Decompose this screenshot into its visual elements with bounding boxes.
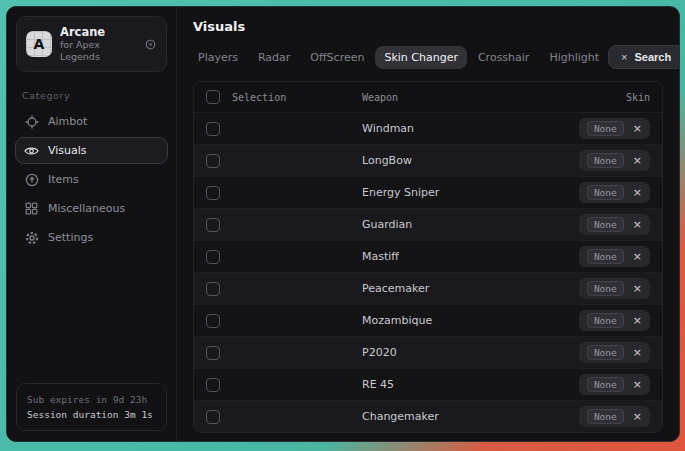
row-checkbox[interactable] — [206, 314, 220, 328]
skin-badge[interactable]: None × — [579, 342, 650, 363]
table-row: Energy Sniper None × — [194, 176, 662, 208]
gear-icon — [24, 231, 39, 245]
skin-value: None — [587, 281, 624, 296]
table-row: Guardian None × — [194, 208, 662, 240]
tab-skin-changer[interactable]: Skin Changer — [375, 46, 467, 69]
category-label: Category — [22, 90, 161, 101]
table-row: P2020 None × — [194, 336, 662, 368]
row-checkbox[interactable] — [206, 186, 220, 200]
clear-skin-icon[interactable]: × — [633, 379, 642, 390]
app-subtitle: for Apex Legends — [60, 39, 136, 63]
skin-badge[interactable]: None × — [579, 246, 650, 267]
weapon-table: Selection Weapon Skin Windman None × — [193, 81, 663, 433]
table-row: Mastiff None × — [194, 240, 662, 272]
clear-skin-icon[interactable]: × — [633, 251, 642, 262]
eye-icon — [24, 145, 39, 157]
table-body: Windman None × LongBow None × — [194, 112, 662, 432]
clear-skin-icon[interactable]: × — [633, 123, 642, 134]
row-checkbox[interactable] — [206, 154, 220, 168]
skin-value: None — [587, 121, 624, 136]
clear-skin-icon[interactable]: × — [633, 219, 642, 230]
tab-offscreen[interactable]: OffScreen — [301, 46, 373, 69]
loot-icon — [24, 173, 39, 187]
row-checkbox[interactable] — [206, 250, 220, 264]
tab-crosshair[interactable]: Crosshair — [469, 46, 538, 69]
row-checkbox[interactable] — [206, 122, 220, 136]
table-row: Peacemaker None × — [194, 272, 662, 304]
select-all-checkbox[interactable] — [206, 90, 220, 104]
clear-skin-icon[interactable]: × — [633, 315, 642, 326]
weapon-column-header: Weapon — [362, 92, 626, 103]
session-duration-text: Session duration 3m 1s — [27, 407, 156, 422]
sidebar-item-items[interactable]: Items — [15, 166, 168, 193]
row-checkbox[interactable] — [206, 218, 220, 232]
tab-highlight[interactable]: Highlight — [540, 46, 608, 69]
table-row: Changemaker None × — [194, 400, 662, 432]
sidebar-item-visuals[interactable]: Visuals — [15, 137, 168, 164]
weapon-name: Guardian — [362, 218, 579, 231]
row-checkbox[interactable] — [206, 282, 220, 296]
table-row: LongBow None × — [194, 144, 662, 176]
skin-badge[interactable]: None × — [579, 278, 650, 299]
weapon-name: Mastiff — [362, 250, 579, 263]
page-title: Visuals — [177, 7, 679, 41]
weapon-name: Mozambique — [362, 314, 579, 327]
skin-value: None — [587, 313, 624, 328]
clear-skin-icon[interactable]: × — [633, 155, 642, 166]
skin-value: None — [587, 153, 624, 168]
table-row: Windman None × — [194, 112, 662, 144]
sidebar-item-aimbot[interactable]: Aimbot — [15, 108, 168, 135]
skin-badge[interactable]: None × — [579, 118, 650, 139]
row-checkbox[interactable] — [206, 410, 220, 424]
row-checkbox[interactable] — [206, 346, 220, 360]
skin-value: None — [587, 409, 624, 424]
skin-value: None — [587, 249, 624, 264]
crosshair-icon — [24, 115, 39, 129]
sidebar: A Arcane for Apex Legends Category Aimbo… — [7, 7, 177, 441]
app-title: Arcane — [60, 25, 136, 39]
skin-badge[interactable]: None × — [579, 182, 650, 203]
table-row: Mozambique None × — [194, 304, 662, 336]
app-logo: A — [26, 31, 52, 57]
main-panel: Visuals PlayersRadarOffScreenSkin Change… — [177, 7, 679, 441]
tabs: PlayersRadarOffScreenSkin ChangerCrossha… — [189, 46, 608, 69]
weapon-name: Energy Sniper — [362, 186, 579, 199]
search-button[interactable]: × Search — [608, 45, 680, 69]
clear-skin-icon[interactable]: × — [633, 187, 642, 198]
skin-badge[interactable]: None × — [579, 214, 650, 235]
weapon-name: P2020 — [362, 346, 579, 359]
table-header-row: Selection Weapon Skin — [194, 82, 662, 112]
weapon-name: LongBow — [362, 154, 579, 167]
tab-radar[interactable]: Radar — [249, 46, 299, 69]
skin-badge[interactable]: None × — [579, 150, 650, 171]
weapon-name: Windman — [362, 122, 579, 135]
skin-badge[interactable]: None × — [579, 406, 650, 427]
tab-bar: PlayersRadarOffScreenSkin ChangerCrossha… — [177, 41, 679, 79]
sidebar-item-miscellaneous[interactable]: Miscellaneous — [15, 195, 168, 222]
skin-column-header: Skin — [626, 92, 650, 103]
selection-column-header: Selection — [232, 92, 286, 103]
skin-badge[interactable]: None × — [579, 374, 650, 395]
table-row: RE 45 None × — [194, 368, 662, 400]
sidebar-item-settings[interactable]: Settings — [15, 224, 168, 251]
session-card: Sub expires in 9d 23h Session duration 3… — [16, 383, 167, 431]
clear-skin-icon[interactable]: × — [633, 283, 642, 294]
grid-icon — [24, 202, 39, 215]
tab-players[interactable]: Players — [189, 46, 247, 69]
weapon-name: Changemaker — [362, 410, 579, 423]
weapon-name: RE 45 — [362, 378, 579, 391]
weapon-name: Peacemaker — [362, 282, 579, 295]
sidebar-nav: Aimbot Visuals Items Miscellaneous Setti… — [7, 108, 176, 251]
skin-value: None — [587, 377, 624, 392]
search-close-icon: × — [621, 51, 627, 63]
clear-skin-icon[interactable]: × — [633, 411, 642, 422]
sub-expiry-text: Sub expires in 9d 23h — [27, 392, 156, 407]
app-window: A Arcane for Apex Legends Category Aimbo… — [6, 6, 680, 442]
target-icon[interactable] — [144, 38, 157, 51]
clear-skin-icon[interactable]: × — [633, 347, 642, 358]
row-checkbox[interactable] — [206, 378, 220, 392]
skin-value: None — [587, 345, 624, 360]
search-button-label: Search — [635, 51, 672, 63]
skin-badge[interactable]: None × — [579, 310, 650, 331]
brand-card: A Arcane for Apex Legends — [16, 16, 167, 72]
